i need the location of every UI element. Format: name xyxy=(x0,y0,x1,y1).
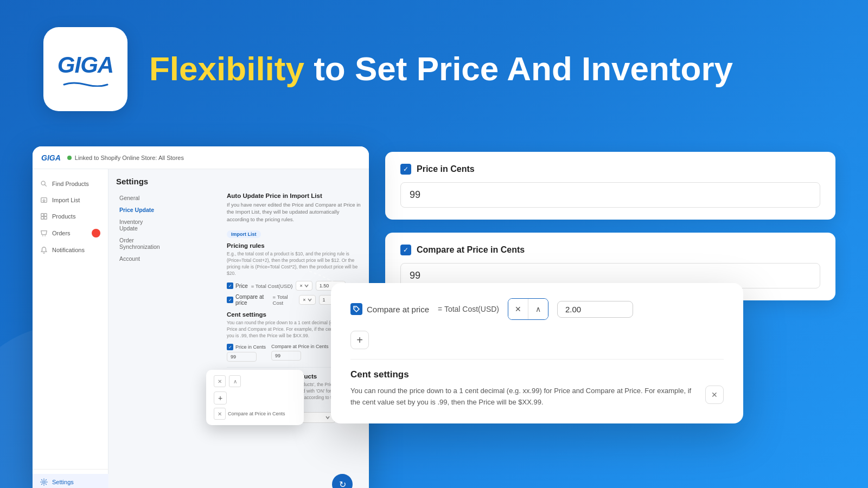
price-in-cents-label: Price in Cents xyxy=(235,344,266,350)
svg-point-9 xyxy=(44,235,46,236)
sidebar-item-products[interactable]: Products xyxy=(33,208,108,224)
app-logo-small: GIGA xyxy=(41,153,61,162)
logo-box: GIGA xyxy=(43,27,127,111)
price-cents-input[interactable]: 99 xyxy=(227,352,257,362)
price-operator: × xyxy=(299,283,302,288)
svg-rect-4 xyxy=(41,214,44,216)
header: GIGA Flexibility to Set Price And Invent… xyxy=(0,0,868,133)
compare-at-price-label: Compare at price xyxy=(350,303,429,315)
settings-nav-order-sync[interactable]: Order Synchronization xyxy=(116,235,165,252)
small-popup-label: Compare at Price in Cents xyxy=(228,411,285,416)
app-sidebar: Find Products Import List xyxy=(33,169,108,488)
settings-nav-price-update[interactable]: Price Update xyxy=(116,204,165,215)
settings-title: Settings xyxy=(116,177,361,186)
price-card-header: ✓ Price in Cents xyxy=(400,164,820,175)
svg-point-8 xyxy=(42,235,43,236)
logo-wave-icon xyxy=(61,80,110,87)
compare-at-price-text: Compare at price xyxy=(367,305,429,314)
app-topbar: GIGA Linked to Shopify Online Store: All… xyxy=(33,146,369,169)
price-cents-card-value[interactable]: 99 xyxy=(400,182,820,208)
sidebar-item-find-products[interactable]: Find Products xyxy=(33,176,108,192)
headline: Flexibility to Set Price And Inventory xyxy=(149,50,733,87)
store-status: Linked to Shopify Online Store: All Stor… xyxy=(67,155,184,161)
compare-cents-input[interactable]: 99 xyxy=(271,351,301,361)
svg-point-13 xyxy=(355,307,356,309)
small-popup-add-row: + xyxy=(214,391,296,404)
small-up-button[interactable]: ∧ xyxy=(229,375,241,387)
sidebar-notifications-label: Notifications xyxy=(52,247,85,253)
compare-card-title: Compare at Price in Cents xyxy=(417,245,525,255)
settings-nav-general[interactable]: General xyxy=(116,192,165,203)
compare-cents-group: Compare at Price in Cents 99 xyxy=(271,344,329,361)
small-x-button[interactable]: ✕ xyxy=(214,375,226,387)
import-icon xyxy=(40,196,48,204)
compare-operator: × xyxy=(303,297,305,303)
online-indicator xyxy=(67,156,72,160)
sidebar-item-notifications[interactable]: Notifications xyxy=(33,242,108,258)
tag-icon xyxy=(353,305,360,313)
settings-icon xyxy=(40,478,48,486)
sidebar-bottom: Settings Help Center xyxy=(33,469,108,488)
x-control-button[interactable]: ✕ xyxy=(508,299,528,319)
price-operator-select[interactable]: × xyxy=(296,281,312,291)
dropdown-chevron-icon xyxy=(325,415,330,420)
small-add-button[interactable]: + xyxy=(214,391,227,404)
import-list-desc: If you have never edited the Price and C… xyxy=(227,201,361,223)
add-button[interactable]: + xyxy=(350,331,369,349)
svg-point-10 xyxy=(43,481,45,483)
orders-badge xyxy=(92,229,100,237)
headline-highlight: Flexibility xyxy=(149,50,304,87)
price-in-cents-card: ✓ Price in Cents 99 xyxy=(385,152,835,220)
compare-cents-card-checkbox[interactable]: ✓ xyxy=(400,245,411,255)
compare-icon xyxy=(350,303,362,315)
headline-rest: to Set Price And Inventory xyxy=(304,50,733,87)
pricing-rules-desc: E.g., the total cost of a product is $10… xyxy=(227,251,361,277)
compare-select-chevron xyxy=(308,298,312,302)
price-label: Price xyxy=(235,283,248,289)
price-cents-checkbox[interactable]: ✓ xyxy=(227,344,233,350)
pricing-rules-heading: Pricing rules xyxy=(227,242,361,249)
compare-value-input-large[interactable] xyxy=(557,301,633,318)
price-check-group: ✓ Price xyxy=(227,282,248,289)
cent-popup-content: You can round the price down to a 1 cent… xyxy=(350,386,724,408)
compare-operator-select[interactable]: × xyxy=(299,295,315,305)
add-row: + xyxy=(350,331,724,349)
sidebar-products-label: Products xyxy=(52,213,75,220)
price-cents-group: ✓ Price in Cents 99 xyxy=(227,344,266,362)
sidebar-import-label: Import List xyxy=(52,197,80,203)
import-list-heading: Auto Update Price in Import List xyxy=(227,192,361,199)
price-card-title: Price in Cents xyxy=(417,164,475,174)
app-main: Settings General Price Update Inventory … xyxy=(108,169,369,488)
app-layout: Find Products Import List xyxy=(33,169,369,488)
sidebar-item-import-list[interactable]: Import List xyxy=(33,192,108,208)
cent-popup-title: Cent settings xyxy=(350,369,724,380)
control-group: ✕ ∧ xyxy=(508,298,548,320)
equals-text: = Total Cost(USD) xyxy=(438,305,499,313)
main-popup: Compare at price = Total Cost(USD) ✕ ∧ +… xyxy=(331,283,743,423)
settings-nav: General Price Update Inventory Update Or… xyxy=(116,192,165,416)
settings-nav-inventory[interactable]: Inventory Update xyxy=(116,216,165,234)
main-popup-compare-row: Compare at price = Total Cost(USD) ✕ ∧ xyxy=(350,298,724,320)
logo-inner: GIGA xyxy=(58,52,113,87)
compare-cents-header: Compare at Price in Cents xyxy=(271,344,329,349)
price-equals: = Total Cost(USD) xyxy=(251,283,293,289)
price-select-chevron xyxy=(304,284,309,288)
app-panel: GIGA Linked to Shopify Online Store: All… xyxy=(33,146,369,488)
import-list-pill: Import List xyxy=(227,230,261,238)
products-icon xyxy=(40,213,48,220)
settings-nav-account[interactable]: Account xyxy=(116,253,165,264)
compare-equals: = Total Cost xyxy=(273,294,296,306)
up-control-button[interactable]: ∧ xyxy=(528,299,548,319)
sidebar-item-settings[interactable]: Settings xyxy=(33,474,108,488)
sidebar-settings-label: Settings xyxy=(52,479,74,485)
price-cents-card-checkbox[interactable]: ✓ xyxy=(400,164,411,175)
compare-checkbox[interactable]: ✓ xyxy=(227,297,233,303)
price-checkbox[interactable]: ✓ xyxy=(227,282,233,289)
sidebar-item-orders[interactable]: Orders xyxy=(33,224,108,242)
small-popup: ✕ ∧ + ✕ Compare at Price in Cents xyxy=(206,370,304,425)
cent-popup-section: Cent settings You can round the price do… xyxy=(350,359,724,408)
svg-rect-7 xyxy=(44,216,47,219)
cent-section-close-button[interactable]: ✕ xyxy=(705,386,724,404)
small-x2-button[interactable]: ✕ xyxy=(214,408,226,420)
svg-rect-6 xyxy=(41,216,44,219)
